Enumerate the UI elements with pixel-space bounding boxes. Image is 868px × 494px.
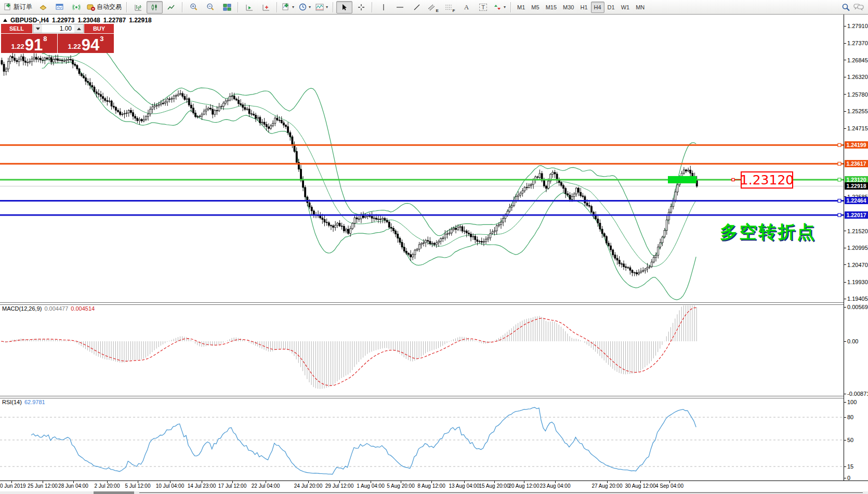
price-line-label: 1.22918	[845, 182, 868, 190]
buy-price-box[interactable]: 1.22 94 3	[58, 34, 114, 53]
time-label: 20 Jun 2019	[0, 483, 26, 489]
text-label-tool[interactable]: T	[475, 1, 491, 14]
price-callout-label[interactable]: 1.23120	[741, 171, 793, 189]
toolbar-separator	[372, 2, 373, 12]
timeframe-h4[interactable]: H4	[591, 2, 604, 13]
tile-windows-icon	[223, 4, 231, 11]
signals-button[interactable]	[68, 1, 84, 14]
triangle-up-icon	[77, 28, 81, 30]
zoom-in-button[interactable]	[186, 1, 202, 14]
crosshair-button[interactable]	[353, 1, 369, 14]
timeframe-h1[interactable]: H1	[577, 2, 590, 13]
volume-decrease-button[interactable]	[33, 24, 42, 33]
line-chart-button[interactable]	[163, 1, 179, 14]
time-label: 20 Aug 12:00	[509, 483, 540, 489]
price-line-label: 1.22017	[845, 211, 868, 219]
text-tool[interactable]: A	[458, 1, 475, 14]
axis-tick-label: 1.21520	[844, 228, 868, 234]
auto-scroll-button[interactable]	[241, 1, 257, 14]
rsi-label: RSI(14)62.9781	[2, 399, 45, 405]
bar-chart-icon	[134, 4, 142, 11]
cursor-button[interactable]	[336, 1, 352, 14]
vertical-line-tool[interactable]	[375, 1, 391, 14]
arrows-tool[interactable]: ▾	[492, 1, 508, 14]
time-label: 25 Jun 12:00	[28, 483, 58, 489]
timeframe-d1[interactable]: D1	[604, 2, 618, 13]
market-watch-button[interactable]	[35, 1, 51, 14]
horizontal-line-tool[interactable]	[392, 1, 408, 14]
timeframe-mn[interactable]: MN	[633, 2, 648, 13]
autotrading-button[interactable]: 自动交易	[85, 1, 124, 14]
time-label: 24 Jul 20:00	[294, 483, 323, 489]
indicators-button[interactable]: ▾	[313, 1, 330, 14]
pane-separator[interactable]	[0, 302, 868, 305]
sell-price-big: 91	[25, 38, 43, 52]
horizontal-line-icon	[396, 4, 404, 11]
zoom-out-button[interactable]	[202, 1, 218, 14]
buy-button[interactable]: BUY	[84, 24, 114, 33]
signal-icon	[72, 3, 81, 11]
tile-windows-button[interactable]	[219, 1, 235, 14]
timeframe-w1[interactable]: W1	[618, 2, 633, 13]
chat-icon[interactable]	[853, 3, 864, 11]
timeframe-m5[interactable]: M5	[528, 2, 542, 13]
rsi-svg[interactable]	[0, 397, 844, 480]
terminal-button[interactable]	[51, 1, 68, 14]
profiles-button[interactable]: ▾	[297, 1, 313, 14]
time-label: 30 Aug 12:00	[625, 483, 656, 489]
trendline-tool[interactable]	[409, 1, 425, 14]
chart-annotation-text[interactable]: 多空转折点	[720, 220, 816, 244]
rsi-value: 62.9781	[24, 399, 45, 405]
timeframe-m30[interactable]: M30	[560, 2, 577, 13]
time-axis[interactable]: 20 Jun 201925 Jun 12:0028 Jun 04:002 Jul…	[0, 480, 868, 491]
toolbar-separator	[126, 2, 127, 12]
time-label: 14 Jul 23:00	[188, 483, 216, 489]
chevron-down-icon: ▾	[292, 5, 294, 9]
fibonacci-tool[interactable]: F	[442, 1, 458, 14]
time-label: 27 Aug 20:00	[592, 483, 623, 489]
search-icon[interactable]	[841, 3, 850, 11]
pane-separator[interactable]	[0, 396, 868, 398]
collapse-panel-icon[interactable]	[3, 19, 7, 22]
volume-increase-button[interactable]	[74, 24, 83, 33]
axis-tick-label: 50	[844, 437, 853, 443]
sell-price-box[interactable]: 1.22 91 8	[1, 34, 57, 53]
symbol-period: GBPUSD-,H4	[10, 17, 49, 24]
timeframe-m15[interactable]: M15	[543, 2, 560, 13]
axis-tick-label: -0.008717	[844, 391, 868, 397]
toolbar: 新订单 自动交易	[0, 0, 868, 15]
candlestick-chart-button[interactable]	[147, 1, 163, 14]
axis-tick-label: 1.24715	[844, 125, 868, 131]
macd-main-value: 0.004477	[44, 305, 68, 312]
macd-svg[interactable]	[0, 304, 844, 396]
new-order-icon	[4, 3, 12, 11]
equidistant-channel-tool[interactable]: E	[425, 1, 441, 14]
time-label: 10 Jul 04:00	[156, 483, 185, 489]
volume-input[interactable]: 1.00	[42, 24, 74, 33]
axis-tick-label: 1.25255	[844, 108, 868, 114]
time-label: 2 Jul 20:00	[95, 483, 120, 489]
timeframe-m1[interactable]: M1	[514, 2, 528, 13]
chevron-down-icon: ▾	[504, 5, 506, 9]
price-axis[interactable]: 1.279101.273701.268451.263201.257801.252…	[844, 15, 868, 480]
bar-chart-button[interactable]	[130, 1, 146, 14]
axis-tick-label: 0.005692	[844, 304, 868, 310]
new-chart-button[interactable]: ▾	[280, 1, 296, 14]
time-label: 29 Jul 12:00	[325, 483, 354, 489]
time-label: 17 Jul 12:00	[218, 483, 247, 489]
main-chart-svg[interactable]	[0, 15, 844, 302]
text-tool-icon: A	[464, 3, 469, 11]
chart-shift-button[interactable]	[258, 1, 274, 14]
axis-tick-label: 1.27370	[844, 40, 868, 46]
scrollbar-line	[139, 492, 863, 493]
arrows-icon	[494, 4, 502, 11]
new-order-button[interactable]: 新订单	[2, 1, 34, 14]
sell-button[interactable]: SELL	[1, 24, 32, 33]
trendline-icon	[413, 4, 420, 11]
toolbar-separator	[277, 2, 278, 12]
terminal-window-icon	[56, 4, 64, 11]
toolbar-separator	[238, 2, 239, 12]
price-line-label: 1.24199	[845, 141, 868, 149]
toolbar-separator	[510, 2, 511, 12]
axis-tick-label: 1.26320	[844, 74, 868, 80]
